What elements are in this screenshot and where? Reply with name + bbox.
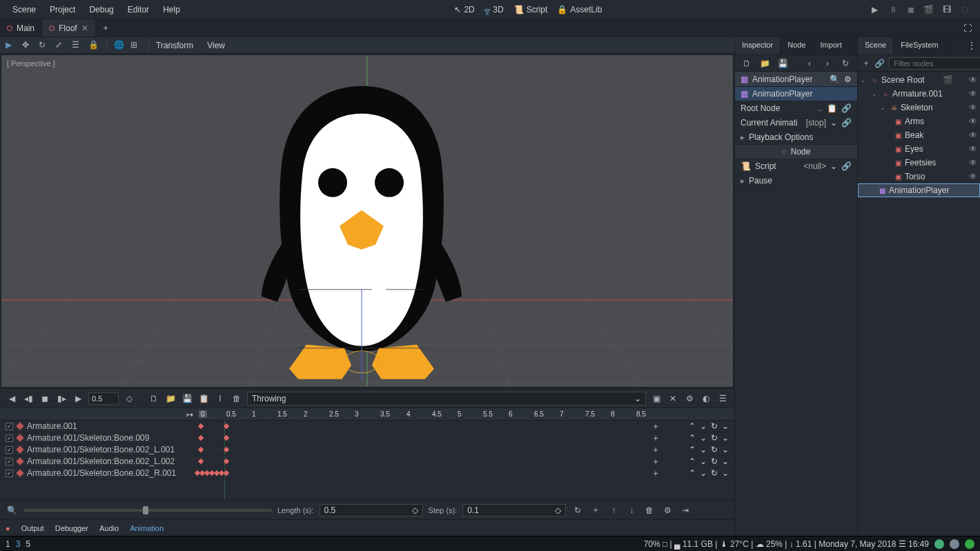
visibility-icon[interactable]: 👁 <box>969 130 977 140</box>
tree-node-armature[interactable]: ⌄ ○ Armature.001 👁 <box>858 87 980 101</box>
menu-help[interactable]: Help <box>156 2 187 17</box>
track-wrap[interactable]: ⌃ <box>689 445 696 454</box>
menu-editor[interactable]: Editor <box>121 2 156 17</box>
add-node-button[interactable]: ＋ <box>862 57 870 70</box>
dock-options-icon[interactable]: ⋮ <box>963 37 980 54</box>
dock-tab-inspector[interactable]: Inspector <box>735 37 781 54</box>
tree-node-animationplayer[interactable]: ▦ AnimationPlayer <box>858 183 980 197</box>
viewport-3d[interactable]: [ Perspective ] <box>1 54 734 388</box>
track-wrap[interactable]: ⌃ <box>689 433 696 443</box>
anim-loop-button[interactable]: ↻ <box>571 504 584 517</box>
status-workspace-5[interactable]: 5 <box>26 539 30 549</box>
track-row[interactable]: ✓ Armature.001/Skeleton:Bone.009 ＋⌃⌄↻⌄ <box>0 432 734 444</box>
anim-tools-button[interactable]: ⚙ <box>683 392 696 405</box>
inspector-object-header[interactable]: ▦ AnimationPlayer 🔍 ⚙ <box>735 72 857 87</box>
tree-node-feetsies[interactable]: ▣ Feetsies 👁 <box>858 156 980 170</box>
scale-tool-icon[interactable]: ⤢ <box>55 40 66 51</box>
workspace-2d[interactable]: ↖ 2D <box>454 5 474 14</box>
track-loop[interactable]: ↻ <box>711 445 718 454</box>
insp-root-node-row[interactable]: Root Node .. 📋 🔗 <box>735 101 857 116</box>
anim-step-back-button[interactable]: ◂▮ <box>22 392 35 405</box>
anim-onion-button[interactable]: ◐ <box>700 392 712 405</box>
select-tool-icon[interactable]: ▶ <box>6 40 17 51</box>
insp-type-row[interactable]: ▦ AnimationPlayer <box>735 87 857 101</box>
step-field[interactable]: 0.1◇ <box>462 504 566 517</box>
snap-icon[interactable]: ⊞ <box>130 40 141 51</box>
track-add-key[interactable]: ＋ <box>651 432 660 444</box>
visibility-icon[interactable]: 👁 <box>969 75 977 85</box>
zoom-tool-icon[interactable]: 🔍 <box>6 504 18 517</box>
tree-node-beak[interactable]: ▣ Beak 👁 <box>858 128 980 142</box>
anim-autoplay-button[interactable]: ▣ <box>650 392 663 405</box>
track-add-button[interactable]: ＋ <box>589 504 602 517</box>
move-tool-icon[interactable]: ✥ <box>22 40 33 51</box>
play-button[interactable]: ▶ <box>870 4 881 15</box>
track-row[interactable]: ✓ Armature.001/Skeleton:Bone.002_L.001 ＋… <box>0 444 734 456</box>
local-space-icon[interactable]: 🌐 <box>114 40 125 51</box>
visibility-icon[interactable]: 👁 <box>969 144 977 154</box>
dock-tab-import[interactable]: Import <box>814 37 850 54</box>
distraction-free-button[interactable]: ⛶ <box>955 19 980 37</box>
track-row[interactable]: ✓ Armature.001/Skeleton:Bone.002_L.002 ＋… <box>0 456 734 468</box>
insp-link-icon[interactable]: 🔗 <box>841 103 852 113</box>
track-interp[interactable]: ⌄ <box>700 457 707 466</box>
stop-button[interactable]: ◼ <box>905 4 917 15</box>
track-wrap[interactable]: ⌃ <box>689 468 696 478</box>
bottom-tab-output[interactable]: Output <box>21 524 44 532</box>
insp-history-icon[interactable]: ↻ <box>839 57 852 70</box>
insp-open-resource-icon[interactable]: 📁 <box>758 57 771 70</box>
insp-current-anim-row[interactable]: Current Animati [stop] ⌄ 🔗 <box>735 116 857 130</box>
insp-link-icon[interactable]: 🔗 <box>841 161 852 171</box>
insp-save-resource-icon[interactable]: 💾 <box>776 57 789 70</box>
dropdown-icon[interactable]: ⌄ <box>830 161 837 171</box>
track-options-button[interactable]: ⚙ <box>661 504 674 517</box>
anim-play-button[interactable]: ▶ <box>72 392 84 405</box>
bottom-tab-animation[interactable]: Animation <box>130 524 164 532</box>
track-interp[interactable]: ⌄ <box>700 421 707 431</box>
dock-tab-node[interactable]: Node <box>781 37 813 54</box>
tree-toggle-icon[interactable]: ⌄ <box>872 90 879 97</box>
insp-back-icon[interactable]: ‹ <box>803 57 816 70</box>
menu-debug[interactable]: Debug <box>82 2 120 17</box>
anim-time-field[interactable]: 0.5 <box>88 392 119 405</box>
bottom-tab-debugger[interactable]: Debugger <box>55 524 88 532</box>
track-add-key[interactable]: ＋ <box>651 421 660 432</box>
track-enable-checkbox[interactable]: ✓ <box>6 458 13 465</box>
filter-nodes-input[interactable] <box>889 57 980 70</box>
status-tray-icon[interactable] <box>965 539 974 549</box>
tree-node-arms[interactable]: ▣ Arms 👁 <box>858 114 980 128</box>
tree-node-scene-root[interactable]: ⌄ ○ Scene Root 🎬 👁 <box>858 73 980 87</box>
visibility-icon[interactable]: 👁 <box>969 158 977 168</box>
tree-toggle-icon[interactable]: ⌄ <box>880 104 887 111</box>
workspace-assetlib[interactable]: 🔒 AssetLib <box>557 5 602 14</box>
tree-toggle-icon[interactable]: ⌄ <box>861 77 868 83</box>
visibility-icon[interactable]: 👁 <box>969 103 977 112</box>
track-loop[interactable]: ↻ <box>711 457 718 466</box>
track-mode[interactable]: ⌄ <box>722 421 729 431</box>
anim-load-button[interactable]: 📁 <box>164 392 177 405</box>
status-workspace-3[interactable]: 3 <box>16 539 21 549</box>
play-custom-button[interactable]: 🎞 <box>941 4 952 15</box>
scene-instance-icon[interactable]: 🎬 <box>943 75 951 85</box>
insp-assign-icon[interactable]: 📋 <box>827 103 837 113</box>
play-scene-button[interactable]: 🎬 <box>923 4 934 15</box>
dock-tab-filesystem[interactable]: FileSystem <box>894 37 945 54</box>
anim-delete-button[interactable]: 🗑 <box>231 392 243 405</box>
insp-forward-icon[interactable]: › <box>821 57 834 70</box>
track-row[interactable]: ✓ Armature.001 ＋⌃⌄↻⌄ <box>0 421 734 432</box>
new-tab-button[interactable]: ＋ <box>96 19 115 37</box>
view-menu[interactable]: View <box>207 41 225 50</box>
insp-settings-icon[interactable]: ⚙ <box>844 74 852 84</box>
insp-search-icon[interactable]: 🔍 <box>830 74 840 84</box>
track-interp[interactable]: ⌄ <box>700 433 707 443</box>
track-loop[interactable]: ↻ <box>711 433 718 443</box>
insp-pause-row[interactable]: ▸Pause <box>735 174 857 188</box>
scene-tab-main[interactable]: Main <box>0 19 42 37</box>
anim-pin-button[interactable]: ☰ <box>716 392 729 405</box>
lock-tool-icon[interactable]: 🔒 <box>88 40 99 51</box>
anim-step-fwd-button[interactable]: ▮▸ <box>55 392 68 405</box>
tree-node-eyes[interactable]: ▣ Eyes 👁 <box>858 142 980 156</box>
insp-script-row[interactable]: 📜Script <null> ⌄ 🔗 <box>735 159 857 174</box>
track-cleanup-button[interactable]: ⇥ <box>679 504 692 517</box>
visibility-icon[interactable]: 👁 <box>969 89 977 99</box>
